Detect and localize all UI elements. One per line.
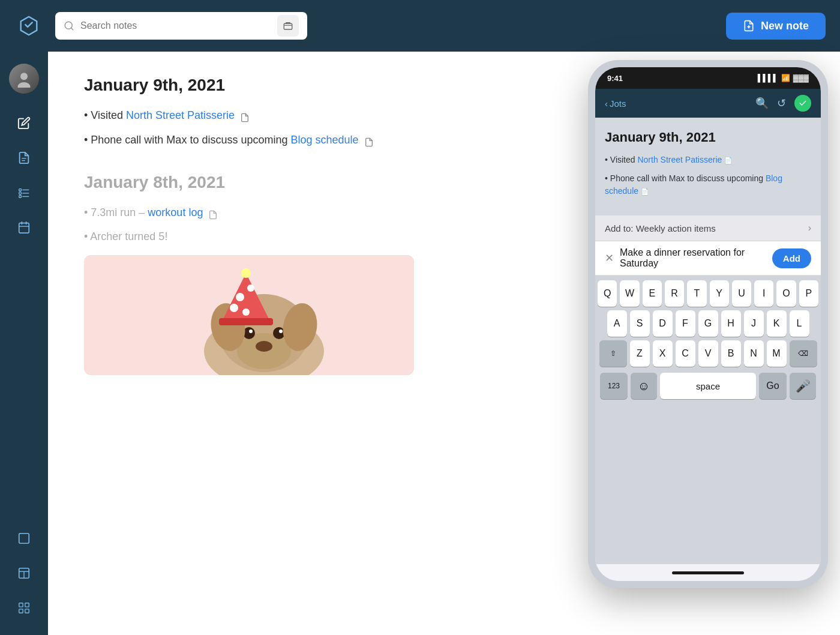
svg-rect-25 [19,609,23,613]
sidebar-bottom [9,523,39,623]
phone-north-street-link[interactable]: North Street Patisserie [637,155,722,164]
note-link-icon-3 [208,208,219,218]
keyboard-row-2: A S D F G H J K L [598,310,818,337]
search-icon [64,20,74,31]
key-v[interactable]: V [698,340,718,367]
new-note-button[interactable]: New note [726,13,826,40]
key-o[interactable]: O [776,280,796,307]
avatar[interactable] [9,64,39,94]
phone-search-icon[interactable]: 🔍 [755,97,769,110]
signal-icon: ▌▌▌▌ [758,74,778,82]
svg-rect-26 [25,609,29,613]
workout-log-link[interactable]: workout log [148,206,203,218]
back-label: Jots [610,98,626,109]
sidebar-item-square[interactable] [9,523,39,553]
sidebar-item-layout[interactable] [9,558,39,588]
key-i[interactable]: I [754,280,773,307]
sidebar-item-calendar[interactable] [9,212,39,242]
svg-rect-44 [219,318,273,325]
phone-input-text[interactable]: Make a dinner reservation for Saturday [620,247,766,269]
key-go[interactable]: Go [759,373,787,399]
phone-note-item-2: • Phone call with Max to discuss upcomin… [605,172,811,197]
blog-schedule-link[interactable]: Blog schedule [290,134,358,146]
key-e[interactable]: E [643,280,662,307]
key-shift[interactable]: ⇧ [599,340,627,367]
north-street-link[interactable]: North Street Patisserie [126,109,235,121]
phone-add-to-section[interactable]: Add to: Weekly action items › [595,215,821,241]
key-k[interactable]: K [767,310,787,337]
svg-point-34 [249,330,253,333]
phone-text-input-area: ✕ Make a dinner reservation for Saturday… [595,241,821,275]
back-button[interactable]: ‹ Jots [605,98,626,109]
key-space[interactable]: space [660,373,756,399]
phone-add-to-label: Add to: Weekly action items [605,223,716,233]
key-u[interactable]: U [732,280,751,307]
key-mic[interactable]: 🎤 [790,373,816,399]
phone-sync-button[interactable] [794,95,811,112]
key-f[interactable]: F [676,310,695,337]
phone-keyboard: Q W E R T Y U I O P A S D F G H J K [595,275,821,564]
note-link-icon-1 [240,110,251,121]
key-y[interactable]: Y [710,280,729,307]
key-s[interactable]: S [630,310,650,337]
svg-rect-23 [19,603,23,607]
key-emoji[interactable]: ☺ [631,373,657,399]
svg-point-43 [242,308,250,316]
phone-add-to-chevron-icon: › [808,223,811,233]
key-x[interactable]: X [653,340,673,367]
phone-note-item-1: • Visited North Street Patisserie 📄 [605,154,811,166]
phone-close-button[interactable]: ✕ [605,251,614,265]
key-g[interactable]: G [698,310,718,337]
key-m[interactable]: M [767,340,787,367]
key-b[interactable]: B [721,340,741,367]
key-w[interactable]: W [620,280,639,307]
phone-inner: 9:41 ▌▌▌▌ 📶 ▓▓▓ ‹ Jots 🔍 ↺ [595,67,821,581]
search-bar[interactable] [55,12,307,40]
phone-status-icons: ▌▌▌▌ 📶 ▓▓▓ [758,74,809,82]
key-a[interactable]: A [607,310,627,337]
svg-point-40 [236,293,244,301]
sidebar-item-grid[interactable] [9,593,39,623]
phone-note-icon-2: 📄 [641,188,649,195]
svg-rect-15 [19,223,29,233]
key-c[interactable]: C [676,340,695,367]
keyboard-row-3: ⇧ Z X C V B N M ⌫ [598,340,818,367]
sidebar [0,52,48,635]
svg-rect-11 [19,192,22,194]
note-link-icon-2 [364,135,375,146]
svg-rect-24 [25,603,29,607]
phone-note-area: January 9th, 2021 • Visited North Street… [595,118,821,215]
search-camera-btn[interactable] [277,15,299,37]
key-t[interactable]: T [687,280,706,307]
svg-rect-19 [19,534,29,544]
key-d[interactable]: D [653,310,673,337]
wifi-icon: 📶 [781,74,790,82]
sidebar-item-file[interactable] [9,143,39,173]
key-h[interactable]: H [721,310,741,337]
home-indicator [672,571,744,574]
svg-rect-13 [19,196,22,198]
key-j[interactable]: J [744,310,764,337]
keyboard-row-1: Q W E R T Y U I O P [598,280,818,307]
key-z[interactable]: Z [630,340,650,367]
key-q[interactable]: Q [598,280,617,307]
svg-point-35 [279,330,283,333]
key-l[interactable]: L [790,310,809,337]
key-p[interactable]: P [799,280,818,307]
phone-undo-icon[interactable]: ↺ [777,97,786,110]
key-r[interactable]: R [665,280,684,307]
logo [14,11,43,40]
phone-add-button[interactable]: Add [772,248,811,268]
svg-point-5 [20,73,28,80]
key-backspace[interactable]: ⌫ [790,340,817,367]
svg-rect-1 [284,23,292,29]
svg-point-6 [18,82,31,88]
key-n[interactable]: N [744,340,764,367]
phone-mockup: 9:41 ▌▌▌▌ 📶 ▓▓▓ ‹ Jots 🔍 ↺ [588,60,828,588]
sidebar-item-checklist[interactable] [9,178,39,208]
phone-note-icon-1: 📄 [724,157,733,164]
svg-point-39 [241,268,251,278]
sidebar-item-pen[interactable] [9,108,39,138]
search-input[interactable] [80,20,271,31]
key-numbers[interactable]: 123 [600,373,628,399]
